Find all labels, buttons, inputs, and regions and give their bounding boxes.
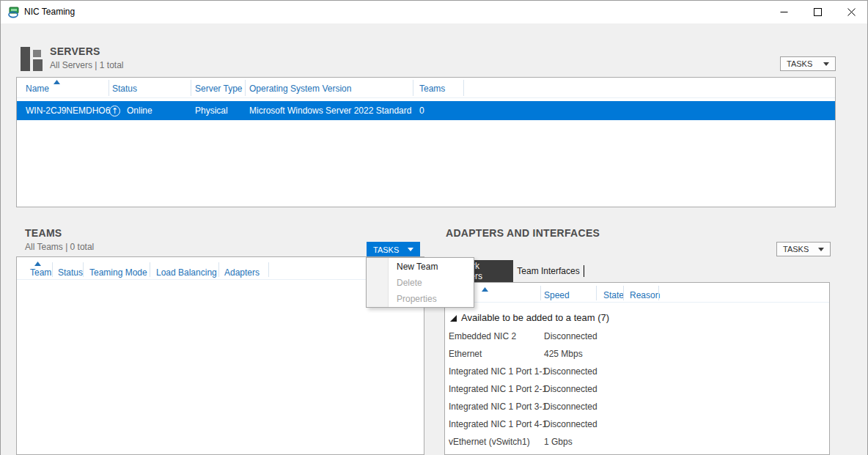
- adapter-name: Integrated NIC 1 Port 3-1: [449, 402, 547, 412]
- column-header-status[interactable]: Status: [112, 84, 137, 94]
- column-header-state[interactable]: State: [603, 290, 624, 300]
- adapter-row[interactable]: Ethernet425 Mbps: [445, 346, 829, 363]
- adapter-row[interactable]: Integrated NIC 1 Port 1-1Disconnected: [445, 363, 829, 381]
- column-header-load-balancing[interactable]: Load Balancing: [156, 267, 217, 278]
- chevron-down-icon: [408, 248, 413, 251]
- teams-tasks-label: TASKS: [373, 245, 399, 254]
- server-os-version: Microsoft Windows Server 2022 Standard: [249, 106, 411, 116]
- window-title: NIC Teaming: [24, 7, 75, 17]
- sort-ascending-icon: [482, 287, 488, 292]
- sort-ascending-icon: [54, 80, 60, 84]
- close-icon: [847, 8, 856, 16]
- tab-team-interfaces[interactable]: Team Interfaces: [515, 260, 582, 282]
- column-header-speed[interactable]: Speed: [544, 290, 570, 300]
- adapter-speed: Disconnected: [544, 384, 597, 394]
- servers-tasks-button[interactable]: TASKS: [780, 56, 836, 71]
- online-status-icon: ↑: [109, 106, 120, 116]
- column-header-status[interactable]: Status: [58, 267, 83, 278]
- teams-tasks-button[interactable]: TASKS: [367, 242, 420, 257]
- servers-tasks-label: TASKS: [787, 59, 812, 68]
- app-icon: [8, 7, 21, 18]
- adapters-tabstrip: Network Adapters Team Interfaces: [444, 260, 830, 282]
- chevron-down-icon: [823, 62, 829, 66]
- adapter-row[interactable]: Integrated NIC 1 Port 3-1Disconnected: [445, 399, 829, 416]
- menu-item-properties: Properties: [389, 291, 473, 307]
- column-header-adapters[interactable]: Adapters: [224, 267, 260, 278]
- teams-section-title: TEAMS: [25, 227, 62, 239]
- server-type: Physical: [195, 106, 228, 116]
- minimize-button[interactable]: [767, 1, 801, 23]
- adapter-speed: Disconnected: [544, 366, 597, 377]
- menu-icon-gutter: [367, 258, 389, 307]
- adapter-name: vEthernet (vSwitch1): [449, 437, 530, 447]
- adapter-row[interactable]: Integrated NIC 1 Port 4-1Disconnected: [445, 416, 829, 434]
- teams-section-subtitle: All Teams | 0 total: [25, 242, 94, 252]
- menu-item-new-team[interactable]: New Team: [389, 259, 473, 275]
- adapters-section-title: ADAPTERS AND INTERFACES: [446, 227, 600, 239]
- server-status: Online: [127, 106, 152, 116]
- tasks-menu: New TeamDeleteProperties: [366, 257, 474, 308]
- server-name: WIN-2CJ9NEMDHO6: [26, 106, 110, 116]
- close-button[interactable]: [834, 1, 868, 23]
- maximize-icon: [814, 8, 822, 16]
- adapter-rows: Embedded NIC 2DisconnectedEthernet425 Mb…: [445, 328, 829, 451]
- column-header-teaming-mode[interactable]: Teaming Mode: [89, 267, 147, 278]
- adapter-speed: Disconnected: [544, 331, 597, 341]
- column-header-team[interactable]: Team: [30, 267, 51, 278]
- adapter-row[interactable]: Integrated NIC 1 Port 2-1Disconnected: [445, 381, 829, 399]
- adapter-speed: Disconnected: [544, 419, 597, 429]
- text-cursor: [584, 265, 584, 277]
- column-header-os-version[interactable]: Operating System Version: [249, 84, 351, 94]
- server-row-selected[interactable]: WIN-2CJ9NEMDHO6 ↑ Online Physical Micros…: [17, 101, 835, 120]
- column-header-server-type[interactable]: Server Type: [195, 84, 242, 94]
- maximize-button[interactable]: [801, 1, 834, 23]
- adapter-name: Ethernet: [449, 349, 482, 359]
- adapter-row[interactable]: Embedded NIC 2Disconnected: [445, 328, 829, 346]
- sort-ascending-icon: [34, 262, 41, 266]
- column-header-name[interactable]: Name: [26, 84, 49, 94]
- adapter-speed: 1 Gbps: [544, 437, 573, 447]
- adapters-tasks-label: TASKS: [783, 245, 809, 254]
- column-header-teams[interactable]: Teams: [419, 84, 445, 94]
- servers-section-subtitle: All Servers | 1 total: [50, 60, 124, 70]
- teams-table: Team Status Teaming Mode Load Balancing …: [16, 256, 424, 455]
- adapter-speed: 425 Mbps: [544, 349, 583, 359]
- adapter-group-label: Available to be added to a team (7): [461, 312, 609, 323]
- adapter-speed: Disconnected: [544, 402, 597, 412]
- adapter-name: Integrated NIC 1 Port 2-1: [449, 384, 547, 394]
- adapter-group-row[interactable]: Available to be added to a team (7): [445, 309, 829, 327]
- servers-table: Name Status Server Type Operating System…: [16, 77, 836, 207]
- adapter-name: Integrated NIC 1 Port 4-1: [449, 419, 547, 429]
- server-teams-count: 0: [419, 106, 424, 116]
- minimize-icon: [780, 8, 788, 16]
- title-bar: NIC Teaming: [1, 1, 867, 23]
- nic-teaming-window: NIC Teaming SERVERS All Servers | 1 tota…: [0, 0, 868, 455]
- adapter-name: Integrated NIC 1 Port 1-1: [449, 366, 547, 377]
- servers-tile-icon: [21, 47, 45, 71]
- adapters-panel: Network Adapters Team Interfaces Speed S…: [444, 260, 830, 455]
- group-expanded-icon: [450, 315, 457, 322]
- adapter-row[interactable]: vEthernet (vSwitch1)1 Gbps: [445, 434, 829, 451]
- servers-section-title: SERVERS: [50, 45, 100, 57]
- column-header-reason[interactable]: Reason: [630, 290, 660, 300]
- menu-item-delete: Delete: [389, 275, 473, 291]
- adapter-name: Embedded NIC 2: [449, 331, 516, 341]
- chevron-down-icon: [818, 248, 824, 251]
- adapters-tasks-button[interactable]: TASKS: [776, 242, 831, 256]
- adapters-table: Speed State Reason Available to be added…: [444, 282, 830, 455]
